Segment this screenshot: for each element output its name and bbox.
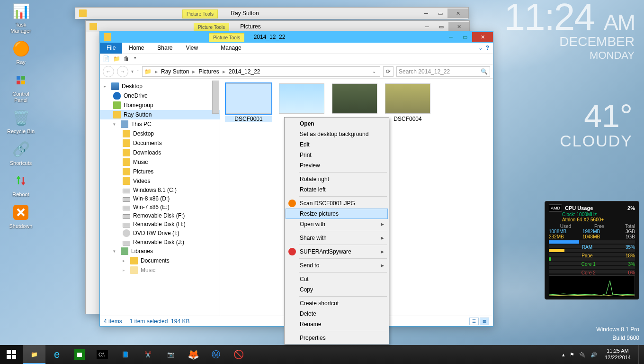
- nav-documents[interactable]: Documents: [100, 138, 220, 148]
- menu-print[interactable]: Print: [286, 150, 388, 160]
- tab-file[interactable]: File: [100, 43, 122, 54]
- minimize-button[interactable]: ─: [444, 32, 458, 42]
- desktop-icon-control-panel[interactable]: ControlPanel: [3, 70, 39, 103]
- minimize-button[interactable]: ─: [420, 22, 434, 31]
- menu-preview[interactable]: Preview: [286, 160, 388, 171]
- history-dropdown-icon[interactable]: ▾: [131, 69, 134, 74]
- start-button[interactable]: [0, 345, 23, 364]
- nav-drive-h[interactable]: Removable Disk (H:): [100, 220, 220, 228]
- nav-pc-desktop[interactable]: Desktop: [100, 129, 220, 138]
- up-button[interactable]: ↑: [136, 68, 139, 75]
- nav-lib-documents[interactable]: ▸Documents: [100, 256, 220, 265]
- address-bar[interactable]: 📁▸ Ray Sutton▸ Pictures▸ 2014_12_22 ⌄: [142, 66, 380, 77]
- taskbar-app1[interactable]: 📘: [114, 345, 136, 364]
- menu-set-bg[interactable]: Set as desktop background: [286, 129, 388, 139]
- picture-tools-tab[interactable]: Picture Tools: [209, 33, 244, 42]
- show-desktop-button[interactable]: [638, 345, 642, 364]
- tray-up-icon[interactable]: ▴: [562, 352, 565, 358]
- cpu-gadget[interactable]: AMD CPU Usage 2% Clock: 1000MHz Athlon 6…: [545, 201, 639, 300]
- nav-homegroup[interactable]: Homegroup: [100, 100, 220, 110]
- view-thumb-button[interactable]: ▦: [480, 318, 489, 325]
- nav-desktop[interactable]: ▸Desktop: [100, 82, 220, 91]
- tray-flag-icon[interactable]: ⚑: [570, 352, 574, 358]
- delete-icon[interactable]: 🗑: [124, 55, 131, 63]
- refresh-button[interactable]: ⟳: [383, 66, 394, 77]
- new-folder-icon[interactable]: 📁: [113, 55, 121, 63]
- menu-send-to[interactable]: Send to▶: [286, 260, 388, 271]
- file-thumb-dscf0003[interactable]: [331, 83, 378, 122]
- nav-pane[interactable]: ▸Desktop OneDrive Homegroup Ray Sutton ▾…: [100, 79, 220, 316]
- nav-pictures[interactable]: Pictures: [100, 167, 220, 176]
- qat-dropdown-icon[interactable]: ▾: [134, 55, 142, 63]
- menu-delete[interactable]: Delete: [286, 309, 388, 319]
- breadcrumb-item[interactable]: Ray Sutton: [161, 68, 189, 75]
- taskbar-malwarebytes[interactable]: Ⓜ: [205, 345, 227, 364]
- scrollbar-thumb[interactable]: [212, 81, 219, 114]
- close-button[interactable]: ✕: [472, 32, 493, 42]
- help-icon[interactable]: ?: [486, 45, 489, 52]
- menu-share-with[interactable]: Share with▶: [286, 233, 388, 243]
- maximize-button[interactable]: ▭: [434, 22, 448, 31]
- tab-home[interactable]: Home: [122, 43, 151, 54]
- taskbar-store[interactable]: [68, 345, 91, 364]
- properties-icon[interactable]: 📄: [103, 55, 110, 63]
- nav-drive-f[interactable]: Removable Disk (F:): [100, 211, 220, 220]
- menu-open-with[interactable]: Open with▶: [286, 219, 388, 229]
- back-button[interactable]: ←: [103, 66, 114, 77]
- taskbar-firefox[interactable]: 🦊: [182, 345, 205, 364]
- close-button[interactable]: ✕: [447, 9, 468, 18]
- menu-rename[interactable]: Rename: [286, 319, 388, 329]
- view-details-button[interactable]: ☰: [469, 318, 479, 325]
- forward-button[interactable]: →: [117, 66, 128, 77]
- nav-drive-i[interactable]: DVD RW Drive (I:): [100, 228, 220, 238]
- minimize-button[interactable]: ─: [419, 9, 433, 18]
- menu-rotate-right[interactable]: Rotate right: [286, 174, 388, 184]
- menu-create-shortcut[interactable]: Create shortcut: [286, 298, 388, 309]
- nav-ray-sutton[interactable]: Ray Sutton: [100, 110, 220, 119]
- desktop-icon-shortcuts[interactable]: 🔗 Shortcuts: [3, 139, 39, 166]
- menu-scan[interactable]: Scan DSCF0001.JPG: [286, 198, 388, 209]
- desktop-icon-recycle-bin[interactable]: 🗑️ Recycle Bin: [3, 108, 39, 135]
- taskbar-explorer[interactable]: 📁: [23, 345, 45, 364]
- close-button[interactable]: ✕: [448, 22, 469, 31]
- nav-downloads[interactable]: Downloads: [100, 148, 220, 157]
- tray-power-icon[interactable]: 🔌: [579, 352, 586, 358]
- desktop-icon-task-manager[interactable]: 📊 TaskManager: [3, 1, 39, 34]
- menu-edit[interactable]: Edit: [286, 139, 388, 150]
- menu-superantispyware[interactable]: SUPERAntiSpyware▶: [286, 246, 388, 257]
- nav-onedrive[interactable]: OneDrive: [100, 91, 220, 100]
- taskbar-camera[interactable]: 📷: [159, 345, 182, 364]
- titlebar[interactable]: 2014_12_22 ─ ▭ ✕: [100, 31, 493, 43]
- address-dropdown-icon[interactable]: ⌄: [370, 69, 378, 74]
- menu-cut[interactable]: Cut: [286, 274, 388, 284]
- taskbar-cmd[interactable]: C:\: [91, 345, 114, 364]
- desktop-icon-ray[interactable]: 🟠 Ray: [3, 38, 39, 65]
- picture-tools-tab[interactable]: Picture Tools: [182, 9, 218, 18]
- tab-share[interactable]: Share: [151, 43, 179, 54]
- maximize-button[interactable]: ▭: [433, 9, 447, 18]
- taskbar-snip[interactable]: ✂️: [136, 345, 159, 364]
- nav-drive-c[interactable]: Windows 8.1 (C:): [100, 186, 220, 194]
- menu-open[interactable]: Open: [286, 118, 388, 129]
- desktop-icon-shutdown[interactable]: Shutdown: [3, 202, 39, 229]
- menu-copy[interactable]: Copy: [286, 284, 388, 295]
- menu-resize-pictures[interactable]: Resize pictures: [286, 209, 388, 219]
- tab-manage[interactable]: Manage: [214, 43, 248, 54]
- nav-drive-d[interactable]: Win-8 x86 (D:): [100, 194, 220, 203]
- desktop-icon-reboot[interactable]: Reboot: [3, 171, 39, 198]
- nav-libraries[interactable]: ▾Libraries: [100, 246, 220, 256]
- search-input[interactable]: Search 2014_12_22 🔍: [396, 66, 490, 77]
- maximize-button[interactable]: ▭: [458, 32, 472, 42]
- file-thumb-dscf0002[interactable]: [278, 83, 325, 122]
- nav-this-pc[interactable]: ▾This PC: [100, 119, 220, 129]
- taskbar-sas[interactable]: 🚫: [227, 345, 250, 364]
- file-thumb-dscf0004[interactable]: DSCF0004: [384, 83, 431, 122]
- nav-videos[interactable]: Videos: [100, 176, 220, 186]
- nav-lib-music[interactable]: ▸Music: [100, 265, 220, 275]
- tab-view[interactable]: View: [179, 43, 205, 54]
- tray-volume-icon[interactable]: 🔊: [590, 352, 597, 358]
- nav-drive-e[interactable]: Win-7 x86 (E:): [100, 203, 220, 211]
- file-thumb-dscf0001[interactable]: DSCF0001: [225, 83, 272, 122]
- nav-drive-j[interactable]: Removable Disk (J:): [100, 238, 220, 246]
- breadcrumb-item[interactable]: 2014_12_22: [229, 68, 260, 75]
